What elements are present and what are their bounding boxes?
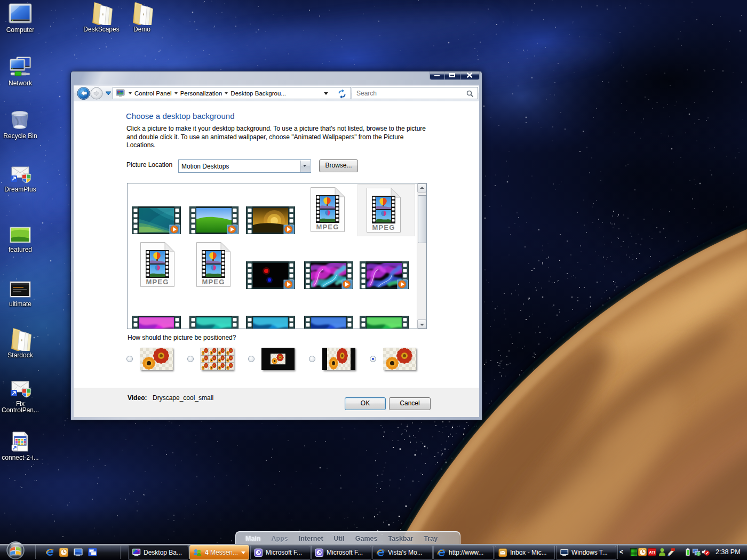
svg-text:MPEG: MPEG: [316, 223, 339, 231]
svg-text:ATI: ATI: [649, 550, 655, 554]
svg-text:MPEG: MPEG: [146, 278, 169, 286]
svg-text:MPEG: MPEG: [372, 223, 395, 231]
svg-text:MPEG: MPEG: [202, 278, 225, 286]
